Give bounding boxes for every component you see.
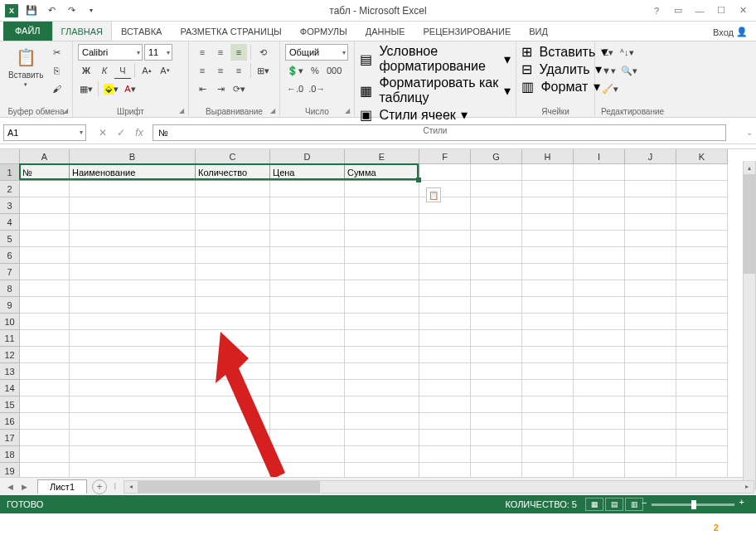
minimize-icon[interactable]: — [690,2,710,19]
cell[interactable] [574,396,625,413]
cell[interactable] [196,280,270,297]
fill-button[interactable]: ▼▾ [600,62,618,79]
cell[interactable] [522,363,574,380]
cell[interactable] [471,164,522,181]
cell[interactable] [196,446,270,463]
cell[interactable] [471,297,522,314]
cell[interactable] [270,181,345,197]
cell[interactable] [70,247,196,264]
cell[interactable] [345,231,419,247]
cell[interactable] [625,231,676,247]
cell[interactable] [20,247,70,264]
cell[interactable] [625,347,676,363]
cell[interactable] [20,396,70,413]
column-header[interactable]: H [522,149,574,164]
cell[interactable] [625,380,676,396]
cell[interactable] [419,231,471,247]
orientation-button[interactable]: ⟳▾ [230,80,247,97]
cell[interactable] [676,463,728,477]
cell[interactable] [522,231,574,247]
decrease-indent-button[interactable]: ⇤ [194,80,211,97]
cell[interactable] [522,247,574,264]
sheet-nav-prev-icon[interactable]: ◀ [3,480,17,494]
fill-handle[interactable] [416,178,421,182]
cell[interactable] [574,247,625,264]
cell[interactable] [471,264,522,280]
dialog-launcher-icon[interactable]: ◢ [61,105,70,115]
sort-filter-button[interactable]: ᴬ↓▾ [618,44,636,61]
cell[interactable] [196,380,270,396]
scroll-thumb[interactable] [138,481,320,493]
cell[interactable] [345,363,419,380]
percent-button[interactable]: % [307,62,323,79]
cell[interactable] [345,280,419,297]
cell[interactable] [676,396,728,413]
row-header[interactable]: 1 [0,164,20,181]
tab-view[interactable]: ВИД [520,21,557,41]
cell[interactable] [419,396,471,413]
cell[interactable] [419,297,471,314]
cell[interactable] [196,314,270,330]
cell[interactable] [676,280,728,297]
cell[interactable] [196,181,270,197]
merge-button[interactable]: ⊞▾ [254,62,271,79]
cell[interactable] [196,214,270,231]
cell[interactable] [419,164,471,181]
cell[interactable] [574,164,625,181]
cell[interactable] [270,264,345,280]
borders-button[interactable]: ▦▾ [78,80,94,97]
cell[interactable] [676,446,728,463]
cell[interactable] [419,463,471,477]
copy-button[interactable]: ⎘ [48,62,65,79]
cell[interactable] [574,380,625,396]
row-header[interactable]: 19 [0,463,20,477]
accounting-button[interactable]: 💲▾ [285,62,305,79]
cancel-formula-icon[interactable]: ✕ [94,124,111,141]
cell[interactable] [419,380,471,396]
cell[interactable] [676,314,728,330]
ribbon-options-icon[interactable]: ▭ [668,2,688,19]
cell[interactable] [676,330,728,347]
paste-button[interactable]: 📋 Вставить ▾ [5,44,46,97]
cell[interactable] [522,197,574,214]
cell[interactable] [270,363,345,380]
cell[interactable]: Цена [270,164,345,181]
cell[interactable] [270,214,345,231]
tab-data[interactable]: ДАННЫЕ [356,21,414,41]
cell[interactable] [471,231,522,247]
sign-in-button[interactable]: Вход👤 [705,23,756,41]
cell[interactable] [270,247,345,264]
cell[interactable] [522,396,574,413]
increase-indent-button[interactable]: ⇥ [212,80,229,97]
cell[interactable] [625,247,676,264]
cell[interactable] [625,430,676,446]
cell[interactable] [270,231,345,247]
cell[interactable] [574,214,625,231]
dialog-launcher-icon[interactable]: ◢ [268,105,278,115]
cell[interactable] [20,297,70,314]
row-header[interactable]: 4 [0,214,20,231]
cell[interactable] [270,280,345,297]
column-header[interactable]: E [345,149,419,164]
dialog-launcher-icon[interactable]: ◢ [177,105,187,115]
cell[interactable] [419,247,471,264]
cell[interactable] [70,264,196,280]
cell[interactable] [345,347,419,363]
cell[interactable] [70,330,196,347]
cell[interactable] [676,347,728,363]
cell[interactable] [625,214,676,231]
align-left-button[interactable]: ≡ [194,62,211,79]
cell[interactable]: № [20,164,70,181]
format-painter-button[interactable]: 🖌 [48,80,65,97]
cell[interactable] [625,413,676,430]
row-header[interactable]: 18 [0,446,20,463]
row-header[interactable]: 3 [0,197,20,214]
font-color-button[interactable]: A▾ [122,80,138,97]
cell[interactable] [196,330,270,347]
excel-icon[interactable]: X [3,2,20,19]
cell[interactable] [522,380,574,396]
cell[interactable] [471,380,522,396]
qat-customize-icon[interactable]: ▾ [83,2,99,19]
cell[interactable] [270,197,345,214]
align-bottom-button[interactable]: ≡ [230,44,247,61]
